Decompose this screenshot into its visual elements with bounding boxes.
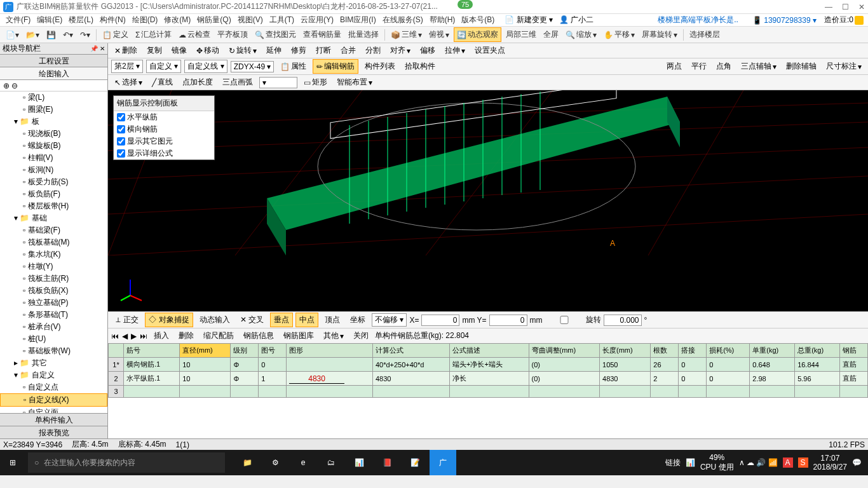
tree-node[interactable]: ▫ 集水坑(K): [0, 248, 107, 261]
menu-component[interactable]: 构件(N): [97, 13, 128, 27]
tree-node[interactable]: ▫ 基础梁(F): [0, 224, 107, 236]
break-btn[interactable]: 打断: [313, 44, 334, 57]
rect-tool-btn[interactable]: ▭ 矩形: [301, 76, 330, 89]
rot-check[interactable]: [545, 316, 583, 324]
arc-tool-btn[interactable]: 三点画弧: [219, 76, 256, 89]
copy-btn[interactable]: 复制: [144, 44, 165, 57]
y-input[interactable]: [489, 315, 527, 326]
opt-other[interactable]: [117, 137, 125, 146]
tab-project[interactable]: 工程设置: [0, 55, 107, 67]
tree-node[interactable]: ▫ 板洞(N): [0, 164, 107, 176]
menu-bim[interactable]: BIM应用(I): [337, 13, 379, 27]
redo-btn[interactable]: ↷▾: [78, 29, 93, 41]
task-app[interactable]: 🗂: [318, 450, 344, 475]
3pt-btn[interactable]: 三点辅轴▾: [738, 60, 780, 73]
tray-link[interactable]: 链接: [665, 458, 681, 468]
close-icon[interactable]: ✕: [858, 3, 865, 11]
tree-node[interactable]: ▾ 📁 基础: [0, 212, 107, 224]
menu-modify[interactable]: 修改(M): [161, 13, 193, 27]
type-select[interactable]: 自定义 ▾: [146, 60, 181, 73]
tab-single[interactable]: 单构件输入: [0, 413, 107, 426]
minimize-icon[interactable]: —: [825, 3, 832, 11]
tree-node[interactable]: ▸ 📁 其它: [0, 357, 107, 369]
task-app[interactable]: 📊: [346, 450, 372, 475]
rot-input[interactable]: [604, 315, 642, 326]
tree-node[interactable]: ▫ 板受力筋(S): [0, 176, 107, 188]
close-grid-btn[interactable]: 关闭: [350, 329, 372, 342]
trim-btn[interactable]: 修剪: [288, 44, 309, 57]
x-input[interactable]: [421, 315, 459, 326]
nav-last[interactable]: ⏭: [140, 332, 147, 341]
mirror-btn[interactable]: 镜像: [168, 44, 190, 57]
menu-draw[interactable]: 绘图(D): [130, 13, 161, 27]
scale-btn[interactable]: 缩尺配筋: [200, 329, 237, 342]
attr-btn[interactable]: 📋 属性: [277, 60, 309, 73]
offset-select[interactable]: 不偏移 ▾: [372, 313, 407, 327]
task-app[interactable]: 📁: [234, 450, 261, 475]
new-change-btn[interactable]: 📄 新建变更 ▾: [505, 15, 553, 25]
zoom-btn[interactable]: 🔍 缩放▾: [563, 28, 599, 41]
ime-icon[interactable]: A: [783, 458, 793, 468]
grip-btn[interactable]: 设置夹点: [471, 44, 508, 57]
tree-node[interactable]: ▫ 桩(U): [0, 333, 107, 345]
top-view-btn[interactable]: 俯视▾: [426, 28, 452, 41]
nav-next[interactable]: ▶: [131, 332, 137, 341]
task-app[interactable]: 广: [430, 450, 456, 475]
del-aux-btn[interactable]: 删除辅轴: [783, 60, 820, 73]
parallel-btn[interactable]: 平行: [688, 60, 710, 73]
menu-help[interactable]: 帮助(H): [427, 13, 458, 27]
delete-row-btn[interactable]: 删除: [175, 329, 197, 342]
tree-node[interactable]: ▫ 筏板负筋(X): [0, 285, 107, 297]
smart-tool-btn[interactable]: 智能布置▾: [334, 76, 376, 89]
view-rebar-btn[interactable]: 查看钢筋量: [301, 28, 344, 41]
merge-btn[interactable]: 合并: [337, 44, 359, 57]
2pt-btn[interactable]: 两点: [663, 60, 685, 73]
undo-btn[interactable]: ↶▾: [60, 29, 76, 41]
floor-select[interactable]: 第2层 ▾: [111, 60, 143, 73]
tree-node[interactable]: ▫ 自定义面: [0, 407, 107, 413]
align-btn[interactable]: 对齐▾: [387, 44, 414, 57]
sogou-icon[interactable]: S: [798, 458, 808, 468]
menu-version[interactable]: 版本号(B): [459, 13, 497, 27]
menu-file[interactable]: 文件(F): [3, 13, 33, 27]
menu-tools[interactable]: 工具(T): [267, 13, 297, 27]
define-btn[interactable]: 📋 定义: [100, 28, 131, 41]
info-btn[interactable]: 钢筋信息: [240, 329, 277, 342]
flat-btn[interactable]: 平齐板顶: [215, 28, 250, 41]
tab-report[interactable]: 报表预览: [0, 426, 107, 438]
extend-btn[interactable]: 延伸: [263, 44, 285, 57]
name-select[interactable]: ZDYX-49 ▾: [231, 61, 275, 72]
cross-btn[interactable]: ✕ 交叉: [236, 313, 268, 327]
tree-node[interactable]: ▫ 螺旋板(B): [0, 140, 107, 152]
mid-btn[interactable]: 中点: [295, 313, 318, 327]
opt-v[interactable]: [117, 125, 125, 133]
local3d-btn[interactable]: 局部三维: [503, 28, 539, 41]
menu-view[interactable]: 视图(V): [235, 13, 266, 27]
sum-btn[interactable]: Σ 汇总计算: [133, 28, 174, 41]
move-btn[interactable]: ✥ 移动: [193, 44, 222, 57]
tree-node[interactable]: ▫ 圈梁(E): [0, 104, 107, 116]
ortho-btn[interactable]: ⊥ 正交: [111, 313, 142, 327]
line-select[interactable]: 自定义线 ▾: [184, 60, 227, 73]
tree-node[interactable]: ▫ 自定义点: [0, 381, 107, 393]
menu-online[interactable]: 在线服务(S): [380, 13, 426, 27]
arc-opt[interactable]: ▾: [259, 77, 297, 88]
split-btn[interactable]: 分割: [362, 44, 384, 57]
maximize-icon[interactable]: ☐: [842, 3, 849, 11]
dim-btn[interactable]: 尺寸标注▾: [823, 60, 865, 73]
tree-node[interactable]: ▫ 板负筋(F): [0, 188, 107, 200]
other-btn[interactable]: 其他▾: [320, 329, 347, 342]
fullscreen-btn[interactable]: 全屏: [541, 28, 561, 41]
3d-btn[interactable]: 📦 三维▾: [388, 28, 424, 41]
rebar-grid[interactable]: 筋号直径(mm)级别图号图形计算公式公式描述弯曲调整(mm)长度(mm)根数搭接…: [108, 343, 868, 438]
start-button[interactable]: ⊞: [0, 450, 25, 475]
batch-btn[interactable]: 批量选择: [346, 28, 381, 41]
orbit-btn[interactable]: 🔄 动态观察: [454, 27, 501, 42]
offset-btn[interactable]: 偏移: [417, 44, 438, 57]
tree-node[interactable]: ▫ 基础板带(W): [0, 345, 107, 357]
user-btn[interactable]: 👤 广小二: [559, 15, 593, 25]
opt-formula[interactable]: [117, 149, 125, 158]
menu-cloud[interactable]: 云应用(Y): [298, 13, 336, 27]
pin-icon[interactable]: 📌 ✕: [90, 45, 105, 52]
tree-node[interactable]: ▫ 楼层板带(H): [0, 200, 107, 212]
